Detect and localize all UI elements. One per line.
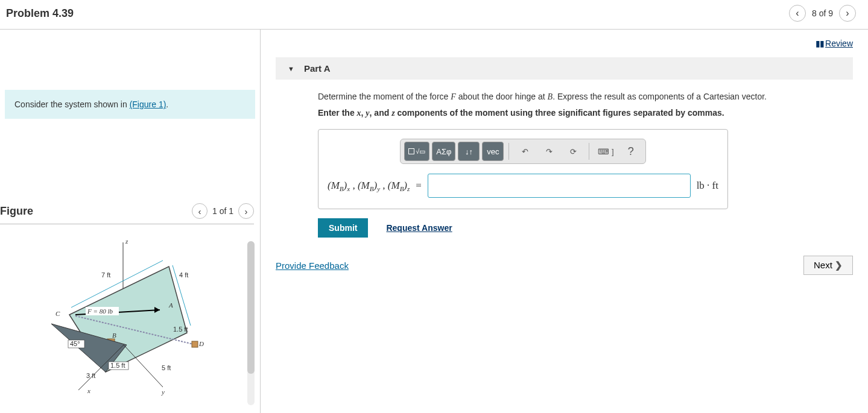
prev-problem-button[interactable]: ‹ [789,5,806,22]
vector-button[interactable]: vec [482,142,504,161]
figure-scrollbar[interactable] [247,241,255,405]
unit-label: lb · ft [697,180,718,192]
figure-nav: ‹ 1 of 1 › [192,203,254,219]
header-nav: ‹ 8 of 9 › [789,5,856,22]
equation-toolbar: ▭√▭√▭ ΑΣφ ↓↑ vec ↶ ↷ ⟳ ⌨ ] ? [400,139,645,164]
answer-box: ▭√▭√▭ ΑΣφ ↓↑ vec ↶ ↷ ⟳ ⌨ ] ? [318,129,728,209]
figure-next-button[interactable]: › [238,203,254,219]
figure-counter: 1 of 1 [212,206,233,216]
request-answer-link[interactable]: Request Answer [386,223,452,233]
provide-feedback-link[interactable]: Provide Feedback [276,260,349,271]
next-button[interactable]: Next ❯ [803,256,853,275]
redo-button[interactable]: ↷ [538,142,560,161]
chevron-right-icon: ❯ [835,260,843,270]
page-indicator: 8 of 9 [812,8,833,18]
dim-1.5a: 1.5 ft [173,326,188,333]
instruction-text: Enter the x, y, and z components of the … [318,108,853,118]
greek-button[interactable]: ΑΣφ [432,142,455,161]
problem-title: Problem 4.39 [6,7,74,20]
dim-7ft: 7 ft [101,271,110,279]
question-text: Determine the moment of the force F abou… [318,90,853,103]
equals-sign: = [416,180,422,192]
point-d: D [198,340,204,347]
answer-input[interactable] [428,174,691,198]
part-a-header[interactable]: ▼ Part A [276,57,853,80]
next-problem-button[interactable]: › [839,5,856,22]
help-button[interactable]: ? [620,142,642,161]
problem-prompt: Consider the system shown in (Figure 1). [5,90,255,119]
axis-x: x [87,387,90,394]
figure-title: Figure [0,205,33,218]
submit-button[interactable]: Submit [318,218,368,238]
figure-section: Figure ‹ 1 of 1 › z 7 ft [0,203,254,405]
axis-z: z [125,238,128,245]
figure-image: z 7 ft 4 ft C F = 80 lb A [0,230,254,405]
point-b: B [112,332,116,339]
subscript-superscript-button[interactable]: ↓↑ [458,142,480,161]
angle-45: 45° [70,340,80,347]
prompt-prefix: Consider the system shown in [14,99,130,109]
point-a: A [168,301,173,309]
undo-button[interactable]: ↶ [514,142,536,161]
svg-rect-9 [192,341,198,347]
review-link[interactable]: ▮▮Review [816,39,853,48]
templates-button[interactable]: ▭√▭√▭ [404,142,429,161]
review-icon: ▮▮ [816,39,823,48]
prompt-suffix: . [166,99,168,109]
left-panel: Consider the system shown in (Figure 1).… [0,30,261,413]
figure-link[interactable]: (Figure 1) [130,99,166,109]
force-label: F = 80 lb [87,307,113,315]
part-a-label: Part A [304,63,331,74]
variable-label: (MB)x , (MB)y , (MB)z [328,180,410,192]
next-label: Next [814,260,832,270]
keyboard-button[interactable]: ⌨ ] [594,142,617,161]
dim-3ft: 3 ft [86,372,95,379]
axis-y: y [161,388,165,396]
reset-button[interactable]: ⟳ [562,142,584,161]
dim-4ft: 4 ft [179,271,188,279]
collapse-icon: ▼ [288,65,294,72]
point-c: C [55,310,60,317]
dim-5ft: 5 ft [162,364,171,371]
dim-1.5b: 1.5 ft [110,362,125,369]
figure-prev-button[interactable]: ‹ [192,203,207,219]
header-bar: Problem 4.39 ‹ 8 of 9 › [0,0,868,30]
right-panel: ▮▮Review ▼ Part A Determine the moment o… [261,30,868,413]
review-label: Review [825,39,853,48]
